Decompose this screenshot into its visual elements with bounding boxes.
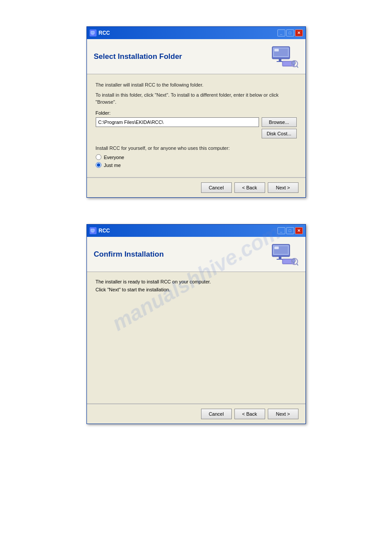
svg-rect-21 bbox=[279, 257, 281, 259]
window-title-2: RCC bbox=[99, 228, 110, 234]
title-bar-1: RCC _ □ ✕ bbox=[87, 27, 306, 39]
title-bar-buttons-2: _ □ ✕ bbox=[277, 227, 303, 234]
svg-rect-14 bbox=[91, 229, 94, 232]
maximize-button-2[interactable]: □ bbox=[286, 227, 294, 234]
description1-1: The installer will install RCC to the fo… bbox=[96, 81, 297, 89]
svg-rect-6 bbox=[274, 49, 279, 51]
folder-label: Folder: bbox=[96, 110, 297, 116]
header-title-2: Confirm Installation bbox=[94, 250, 164, 259]
svg-rect-16 bbox=[91, 232, 94, 233]
folder-section: Browse... Disk Cost... bbox=[96, 117, 297, 138]
svg-point-12 bbox=[292, 61, 295, 65]
radio-justme-label: Just me bbox=[104, 163, 121, 168]
install-for-label: Install RCC for yourself, or for anyone … bbox=[96, 145, 297, 152]
svg-rect-15 bbox=[92, 232, 94, 232]
confirm-description1: The installer is ready to install RCC on… bbox=[96, 279, 297, 284]
svg-rect-0 bbox=[91, 31, 94, 34]
app-icon-2 bbox=[90, 227, 97, 234]
minimize-button-1[interactable]: _ bbox=[277, 29, 285, 36]
svg-line-13 bbox=[297, 66, 298, 68]
maximize-button-1[interactable]: □ bbox=[286, 29, 294, 36]
radio-everyone-label: Everyone bbox=[104, 155, 124, 160]
title-bar-2: RCC _ □ ✕ bbox=[87, 225, 306, 237]
title-bar-left-1: RCC bbox=[90, 29, 110, 36]
svg-point-26 bbox=[292, 259, 295, 262]
back-button-1[interactable]: < Back bbox=[234, 182, 265, 193]
close-button-1[interactable]: ✕ bbox=[295, 29, 303, 36]
window-title-1: RCC bbox=[99, 30, 110, 36]
svg-rect-7 bbox=[279, 59, 281, 61]
confirm-description2: Click "Next" to start the installation. bbox=[96, 287, 297, 292]
radio-everyone[interactable] bbox=[96, 154, 101, 160]
window-footer-2: Cancel < Back Next > bbox=[87, 404, 306, 424]
svg-rect-20 bbox=[274, 247, 279, 249]
minimize-button-2[interactable]: _ bbox=[277, 227, 285, 234]
confirm-installation-window: RCC _ □ ✕ Confirm Installation bbox=[86, 224, 306, 424]
next-button-2[interactable]: Next > bbox=[268, 409, 298, 419]
close-button-2[interactable]: ✕ bbox=[295, 227, 303, 234]
svg-rect-1 bbox=[92, 34, 94, 35]
disk-cost-button[interactable]: Disk Cost... bbox=[262, 129, 297, 138]
radio-justme[interactable] bbox=[96, 162, 101, 168]
svg-rect-2 bbox=[91, 35, 94, 35]
folder-input[interactable] bbox=[96, 117, 259, 127]
side-buttons: Browse... Disk Cost... bbox=[262, 117, 297, 138]
select-folder-window: RCC _ □ ✕ Select Installation Folder bbox=[86, 26, 306, 198]
confirm-body: The installer is ready to install RCC on… bbox=[87, 272, 306, 404]
title-bar-left-2: RCC bbox=[90, 227, 110, 234]
window-footer-1: Cancel < Back Next > bbox=[87, 178, 306, 197]
description2-1: To install in this folder, click "Next".… bbox=[96, 91, 297, 106]
next-button-1[interactable]: Next > bbox=[268, 182, 298, 193]
title-bar-buttons-1: _ □ ✕ bbox=[277, 29, 303, 36]
svg-line-27 bbox=[297, 264, 298, 265]
header-icon-1 bbox=[270, 44, 298, 69]
cancel-button-2[interactable]: Cancel bbox=[201, 409, 232, 419]
cancel-button-1[interactable]: Cancel bbox=[201, 182, 232, 193]
radio-justme-row: Just me bbox=[96, 162, 297, 168]
header-icon-2 bbox=[270, 242, 298, 266]
window-header-1: Select Installation Folder bbox=[87, 39, 306, 74]
radio-everyone-row: Everyone bbox=[96, 154, 297, 160]
window-header-2: Confirm Installation bbox=[87, 237, 306, 272]
back-button-2[interactable]: < Back bbox=[234, 409, 265, 419]
window-body-1: The installer will install RCC to the fo… bbox=[87, 74, 306, 178]
browse-button[interactable]: Browse... bbox=[262, 117, 297, 127]
header-title-1: Select Installation Folder bbox=[94, 52, 182, 61]
app-icon-1 bbox=[90, 29, 97, 36]
